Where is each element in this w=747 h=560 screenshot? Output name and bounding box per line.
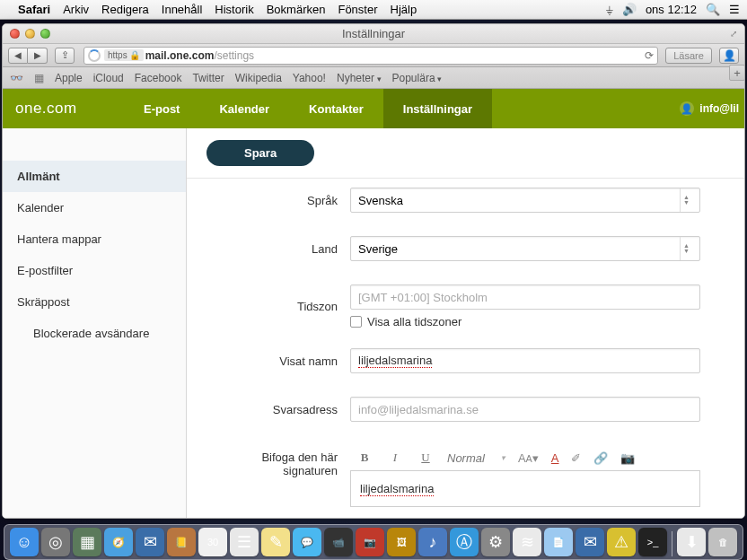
label-timezone: Tidszon (207, 300, 350, 313)
bm-wikipedia[interactable]: Wikipedia (235, 72, 282, 84)
dock-warning[interactable]: ⚠ (607, 528, 636, 556)
bm-nyheter[interactable]: Nyheter (337, 72, 382, 84)
forward-button[interactable]: ▶ (28, 48, 48, 64)
dock-thunderbird[interactable]: ✉ (576, 528, 604, 556)
dock-calendar[interactable]: 30 (198, 528, 227, 556)
bm-populara[interactable]: Populära (392, 72, 443, 84)
label-country: Land (207, 242, 350, 256)
new-tab-button[interactable]: + (729, 65, 745, 81)
dock-itunes[interactable]: ♪ (418, 528, 447, 556)
back-button[interactable]: ◀ (8, 48, 28, 64)
wifi-icon[interactable]: ⏚ (606, 3, 613, 16)
address-bar[interactable]: https🔒 mail.one.com /settings ⟳ (83, 47, 658, 65)
dock-openoffice[interactable]: ≋ (513, 528, 541, 556)
sidebar-item-blockerade[interactable]: Blockerade avsändare (3, 318, 186, 349)
menu-innehall[interactable]: Innehåll (162, 3, 203, 16)
minimize-window-button[interactable] (25, 29, 35, 39)
tab-installningar[interactable]: Inställningar (383, 89, 492, 128)
menu-app[interactable]: Safari (18, 3, 50, 16)
show-all-timezones-checkbox[interactable] (350, 316, 362, 328)
sidebar-item-allmant[interactable]: Allmänt (3, 161, 186, 192)
dock-safari[interactable]: 🧭 (104, 528, 133, 556)
window-titlebar[interactable]: Inställningar ⤢ (3, 24, 744, 44)
bookmarks-bar: 👓 ▦ Apple iCloud Facebook Twitter Wikipe… (3, 67, 744, 89)
spotlight-icon[interactable]: 🔍 (706, 3, 720, 16)
sidebar-item-skrappost[interactable]: Skräppost (3, 286, 186, 318)
save-button[interactable]: Spara (207, 140, 314, 166)
image-button[interactable]: 📷 (620, 451, 635, 465)
bm-apple[interactable]: Apple (55, 72, 83, 84)
brand-logo[interactable]: one.com (3, 100, 124, 118)
bm-icloud[interactable]: iCloud (93, 72, 124, 84)
dock-textedit[interactable]: 📄 (544, 528, 573, 556)
url-host: mail.one.com (145, 49, 215, 62)
menu-arkiv[interactable]: Arkiv (63, 3, 89, 16)
dock-launchpad[interactable]: ◎ (41, 528, 70, 556)
dock-terminal[interactable]: >_ (638, 528, 667, 556)
close-window-button[interactable] (10, 29, 20, 39)
bm-yahoo[interactable]: Yahoo! (293, 72, 326, 84)
menu-redigera[interactable]: Redigera (101, 3, 149, 16)
notifications-icon[interactable]: ☰ (729, 3, 740, 16)
menu-fonster[interactable]: Fönster (338, 3, 377, 16)
mac-menubar: Safari Arkiv Redigera Innehåll Historik … (0, 0, 747, 20)
style-select[interactable]: Normal▾ (447, 451, 505, 465)
dock-photobooth[interactable]: 📷 (356, 528, 384, 556)
share-button[interactable]: ⇪ (55, 48, 75, 64)
underline-button[interactable]: U (417, 451, 435, 465)
menu-bokmarken[interactable]: Bokmärken (267, 3, 326, 16)
tab-kontakter[interactable]: Kontakter (289, 89, 383, 128)
country-select[interactable]: Sverige ▲▼ (350, 236, 700, 261)
dock-mail[interactable]: ✉ (136, 528, 164, 556)
dock-downloads[interactable]: ⬇ (677, 528, 706, 556)
bm-twitter[interactable]: Twitter (192, 72, 224, 84)
reload-icon[interactable]: ⟳ (645, 49, 654, 62)
downloads-button[interactable]: 👤 (719, 48, 739, 64)
font-size-button[interactable]: AA▾ (518, 451, 539, 465)
dock-appstore[interactable]: Ⓐ (450, 528, 479, 556)
clear-format-button[interactable]: ✐ (571, 451, 581, 465)
dock-facetime[interactable]: 📹 (324, 528, 353, 556)
dock-finder[interactable]: ☺ (10, 528, 39, 556)
reader-button[interactable]: Läsare (665, 48, 712, 64)
avatar-icon: 👤 (680, 101, 694, 116)
dock-contacts[interactable]: 📒 (167, 528, 196, 556)
signature-editor[interactable]: liljedalsmarina (351, 470, 699, 506)
menu-hjalp[interactable]: Hjälp (391, 3, 417, 16)
dock-iphoto[interactable]: 🖼 (387, 528, 416, 556)
zoom-window-button[interactable] (40, 29, 50, 39)
language-select[interactable]: Svenska ▲▼ (350, 188, 700, 213)
fullscreen-icon[interactable]: ⤢ (730, 29, 737, 39)
bm-facebook[interactable]: Facebook (135, 72, 182, 84)
volume-icon[interactable]: 🔊 (622, 3, 637, 16)
url-path: /settings (214, 49, 254, 62)
user-email: info@lil (699, 102, 739, 115)
dock-reminders[interactable]: ☰ (230, 528, 259, 556)
settings-sidebar: Allmänt Kalender Hantera mappar E-postfi… (3, 128, 187, 518)
dock-notes[interactable]: ✎ (261, 528, 290, 556)
dock-mission[interactable]: ▦ (73, 528, 101, 556)
italic-button[interactable]: I (386, 451, 404, 465)
dock-sysprefs[interactable]: ⚙ (481, 528, 510, 556)
tab-epost[interactable]: E-post (124, 89, 199, 128)
bold-button[interactable]: B (356, 451, 374, 465)
font-color-button[interactable]: A (551, 451, 559, 465)
topsites-icon[interactable]: ▦ (34, 72, 44, 84)
dock-trash[interactable]: 🗑 (708, 528, 737, 556)
sidebar-item-epostfilter[interactable]: E-postfilter (3, 255, 186, 286)
glasses-icon[interactable]: 👓 (10, 72, 23, 84)
menubar-clock[interactable]: ons 12:12 (646, 3, 697, 16)
link-button[interactable]: 🔗 (593, 451, 608, 465)
user-menu[interactable]: 👤 info@lil (680, 101, 744, 116)
reply-to-input[interactable]: info@liljedalsmarina.se (350, 397, 700, 422)
menu-historik[interactable]: Historik (215, 3, 253, 16)
timezone-input[interactable]: [GMT +01:00] Stockholm (350, 284, 700, 310)
safari-window: Inställningar ⤢ ◀ ▶ ⇪ https🔒 mail.one.co… (2, 23, 745, 519)
sidebar-item-hantera-mappar[interactable]: Hantera mappar (3, 223, 186, 255)
label-reply-to: Svarsadress (207, 403, 350, 416)
tab-kalender[interactable]: Kalender (199, 89, 289, 128)
label-signature: Bifoga den här signaturen (207, 445, 350, 477)
dock-messages[interactable]: 💬 (293, 528, 321, 556)
display-name-input[interactable]: liljedalsmarina (350, 348, 700, 373)
sidebar-item-kalender[interactable]: Kalender (3, 192, 186, 223)
